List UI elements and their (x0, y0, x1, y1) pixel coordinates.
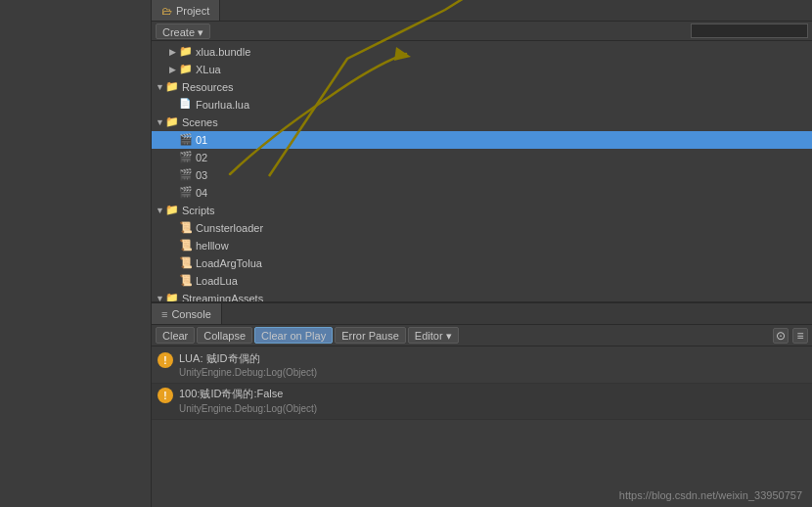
tree-item-label: 04 (196, 187, 207, 199)
tree-item-label: Scenes (182, 116, 218, 128)
scene-icon: 🎬 (179, 133, 193, 147)
console-toggle-btn[interactable]: ⊙ (773, 328, 789, 344)
scene-icon: 🎬 (179, 168, 193, 182)
folder-icon: 🗁 (161, 5, 172, 17)
error-pause-button[interactable]: Error Pause (335, 327, 406, 344)
tree-item-label: LoadLua (196, 275, 238, 287)
project-panel: 🗁 Project Create ▾ ▶ 📁 xlua.bundle ▶ 📁 (152, 0, 812, 301)
script-icon: 📜 (179, 256, 193, 270)
tree-item[interactable]: ▼ 📁 StreamingAssets (152, 290, 812, 301)
console-tab[interactable]: ≡ Console (152, 303, 222, 324)
collapse-button[interactable]: Collapse (197, 327, 252, 344)
arrow-icon: ▶ (169, 65, 179, 74)
scene-icon: 🎬 (179, 151, 193, 164)
tree-item-script[interactable]: 📜 helllow (152, 237, 812, 254)
tree-item-label: xlua.bundle (196, 46, 250, 58)
log-text: 100:贼ID奇偶的:False UnityEngine.Debug:Log(O… (179, 387, 806, 415)
tree-item-label: Cunsterloader (196, 222, 263, 234)
tree-item-label: Fourlua.lua (196, 99, 249, 111)
tree-item[interactable]: ▼ 📁 Scenes (152, 114, 812, 131)
tree-item[interactable]: ▶ 📁 XLua (152, 61, 812, 78)
project-tab-label: Project (176, 5, 209, 17)
main-area: 🗁 Project Create ▾ ▶ 📁 xlua.bundle ▶ 📁 (152, 0, 812, 507)
tree-item-label: 03 (196, 169, 207, 181)
tree-item-label: LoadArgTolua (196, 257, 262, 269)
tree-item-label: helllow (196, 240, 229, 252)
warning-icon: ! (158, 352, 173, 368)
console-panel: ≡ Console Clear Collapse Clear on Play E… (152, 301, 812, 507)
tree-item-script[interactable]: 📜 Cunsterloader (152, 219, 812, 237)
folder-icon: 📁 (165, 204, 179, 217)
log-text: LUA: 贼ID奇偶的 UnityEngine.Debug:Log(Object… (179, 351, 806, 380)
tree-item[interactable]: ▼ 📁 Scripts (152, 202, 812, 219)
clear-on-play-button[interactable]: Clear on Play (254, 327, 333, 344)
log-entry[interactable]: ! LUA: 贼ID奇偶的 UnityEngine.Debug:Log(Obje… (152, 348, 812, 384)
editor-button[interactable]: Editor ▾ (408, 327, 459, 344)
create-button[interactable]: Create ▾ (156, 23, 210, 39)
arrow-icon: ▶ (169, 47, 179, 57)
console-log: ! LUA: 贼ID奇偶的 UnityEngine.Debug:Log(Obje… (152, 346, 812, 507)
left-panel (0, 0, 152, 507)
tree-item-label: 02 (196, 152, 207, 163)
script-icon: 📜 (179, 221, 193, 235)
lua-file-icon: 📄 (179, 98, 193, 112)
file-tree: ▶ 📁 xlua.bundle ▶ 📁 XLua ▼ 📁 Resources 📄 (152, 41, 812, 301)
console-tab-label: Console (171, 308, 210, 320)
tree-item[interactable]: 📄 Fourlua.lua (152, 96, 812, 114)
folder-icon: 📁 (179, 63, 193, 76)
log-line2: UnityEngine.Debug:Log(Object) (179, 402, 806, 416)
script-icon: 📜 (179, 239, 193, 253)
project-tab[interactable]: 🗁 Project (152, 0, 220, 21)
tree-item-scene-04[interactable]: 🎬 04 (152, 184, 812, 202)
console-menu-btn[interactable]: ≡ (792, 328, 808, 344)
tree-item-label: Scripts (182, 205, 215, 216)
scene-icon: 🎬 (179, 186, 193, 200)
tree-item-label: Resources (182, 81, 234, 93)
arrow-icon: ▼ (156, 206, 165, 215)
tree-item-label: XLua (196, 64, 221, 75)
log-line1: LUA: 贼ID奇偶的 (179, 351, 806, 366)
folder-icon: 📁 (165, 115, 179, 129)
folder-icon: 📁 (165, 292, 179, 301)
tree-item-label: 01 (196, 134, 207, 146)
folder-icon: 📁 (165, 80, 179, 94)
log-line2: UnityEngine.Debug:Log(Object) (179, 366, 806, 380)
console-tab-bar: ≡ Console (152, 303, 812, 325)
tree-item[interactable]: ▼ 📁 Resources (152, 78, 812, 96)
console-icon: ≡ (161, 308, 167, 320)
arrow-icon: ▼ (156, 294, 165, 301)
tree-item-script[interactable]: 📜 LoadArgTolua (152, 254, 812, 272)
log-entry[interactable]: ! 100:贼ID奇偶的:False UnityEngine.Debug:Log… (152, 384, 812, 419)
search-input[interactable] (691, 23, 808, 38)
tree-item-scene-02[interactable]: 🎬 02 (152, 149, 812, 166)
console-toolbar: Clear Collapse Clear on Play Error Pause… (152, 325, 812, 346)
console-right-icons: ⊙ ≡ (773, 328, 808, 344)
log-line1: 100:贼ID奇偶的:False (179, 387, 806, 401)
arrow-icon: ▼ (156, 117, 165, 127)
tree-item-scene-03[interactable]: 🎬 03 (152, 166, 812, 184)
project-tab-bar: 🗁 Project (152, 0, 812, 22)
tree-item[interactable]: ▶ 📁 xlua.bundle (152, 43, 812, 61)
arrow-icon: ▼ (156, 82, 165, 92)
tree-item-script[interactable]: 📜 LoadLua (152, 272, 812, 290)
script-icon: 📜 (179, 274, 193, 288)
project-toolbar: Create ▾ (152, 22, 812, 41)
tree-item-label: StreamingAssets (182, 293, 263, 301)
warning-icon: ! (158, 388, 173, 403)
tree-item-scene-01[interactable]: 🎬 01 (152, 131, 812, 149)
folder-icon: 📁 (179, 45, 193, 59)
clear-button[interactable]: Clear (156, 327, 195, 344)
